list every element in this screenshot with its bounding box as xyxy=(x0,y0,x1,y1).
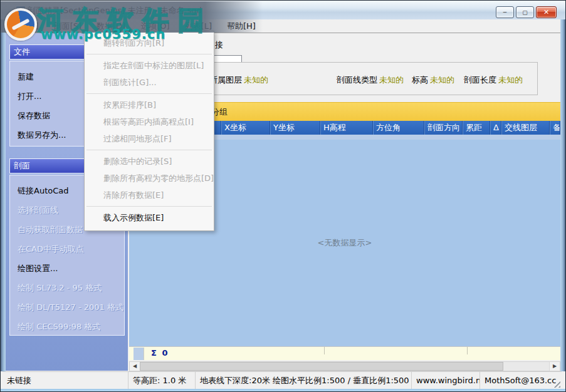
menu-separator xyxy=(86,206,212,207)
window-title: 剖面精灵[SectionGenius] 未注册 - 未命名.sgd xyxy=(28,5,202,16)
status-pane-5: MothSoft@163.cc xyxy=(480,372,562,389)
menu-separator xyxy=(86,54,212,54)
data-menu-item-7: 根据等高距内插高程点[I] xyxy=(85,113,214,130)
sidebar-item-2-5[interactable]: 绘图设置... xyxy=(18,259,124,278)
sidebar-group-panel-1: 新建打开...保存数据数据另存为... xyxy=(9,61,86,147)
column-header-Y坐标[interactable]: Y坐标 xyxy=(270,121,320,135)
window-frame-bottom xyxy=(1,389,565,392)
data-menu-item-10: 删除选中的记录[S] xyxy=(85,153,214,170)
maximize-icon: ▢ xyxy=(522,9,528,16)
window-controls: ─ ▢ ✕ xyxy=(496,6,557,18)
data-menu-item-6: 按累距排序[B] xyxy=(85,96,214,113)
empty-data-label: <无数据显示> xyxy=(318,237,372,249)
menu-item-2[interactable]: 剖面[S] xyxy=(51,20,85,33)
sidebar-item-2-6: 绘制 SL73.2 - 95 格式 xyxy=(18,278,124,297)
status-pane-4: www.wingbird.net xyxy=(412,372,480,389)
sidebar-item-1-2[interactable]: 打开... xyxy=(18,86,85,106)
menu-separator xyxy=(86,150,212,150)
scrollbar-thumb[interactable] xyxy=(140,362,503,371)
data-menu-item-1: 翻转剖面方向[R] xyxy=(85,34,214,51)
data-menu-item-8: 过滤相同地形点[F] xyxy=(85,130,214,147)
menu-item-1[interactable]: 文件[F] xyxy=(8,20,42,33)
data-menu-item-14[interactable]: 载入示例数据[E] xyxy=(85,209,214,226)
resize-grip[interactable] xyxy=(552,379,560,388)
sigma-icon: Σ xyxy=(151,348,158,358)
column-header-H高程[interactable]: H高程 xyxy=(320,121,373,135)
app-window: 剖面精灵[SectionGenius] 未注册 - 未命名.sgd ─ ▢ ✕ … xyxy=(0,0,566,392)
minimize-icon: ─ xyxy=(503,9,506,16)
sidebar-item-1-4[interactable]: 数据另存为... xyxy=(18,125,85,145)
sum-row: Σ 0 xyxy=(129,346,560,360)
sum-label: Σ 0 xyxy=(151,348,169,358)
scroll-right-arrow-icon[interactable]: ▶ xyxy=(549,362,560,371)
statusbar: 未链接等高距: 1.0 米地表线下深度:20米 绘图水平比例1:500 / 垂直… xyxy=(3,371,562,389)
info-pair-4: 剖面长度未知的 xyxy=(464,75,523,86)
info-value: 未知的 xyxy=(498,75,523,85)
data-menu-item-11: 删除所有高程为零的地形点[D] xyxy=(85,170,214,187)
status-pane-2: 等高距: 1.0 米 xyxy=(128,372,196,389)
sidebar-item-2-4: 在CAD中手动取点 xyxy=(18,239,124,259)
column-header-X坐标[interactable]: X坐标 xyxy=(221,121,270,135)
info-pair-1: 所属图层未知的 xyxy=(209,75,268,86)
close-icon: ✕ xyxy=(543,8,549,16)
sidebar-item-2-7: 绘制 DL/T5127 - 2001 格式 xyxy=(18,297,124,317)
link-status-label: 接 xyxy=(215,39,223,51)
data-menu-dropdown: 翻转剖面方向[R]指定在剖面中标注的图层[L]剖面统计[G]...按累距排序[B… xyxy=(84,31,214,231)
column-header-累距[interactable]: 累距 xyxy=(463,121,490,135)
info-value: 未知的 xyxy=(430,75,454,85)
info-value: 未知的 xyxy=(379,75,404,85)
horizontal-scrollbar[interactable]: ◀ ▶ xyxy=(129,361,560,371)
column-header-方位角[interactable]: 方位角 xyxy=(373,121,424,135)
window-frame-left xyxy=(1,19,6,371)
info-label: 标高 xyxy=(412,75,428,85)
column-header-备注[interactable]: 备注 xyxy=(550,121,560,135)
info-label: 剖面长度 xyxy=(464,75,496,85)
sidebar-item-1-3[interactable]: 保存数据 xyxy=(18,106,85,125)
column-header-Δ[interactable]: Δ xyxy=(490,121,501,135)
data-menu-item-3: 指定在剖面中标注的图层[L] xyxy=(85,57,214,74)
sum-cell-divider xyxy=(324,347,325,354)
close-button[interactable]: ✕ xyxy=(536,6,557,18)
window-frame-right xyxy=(560,19,565,371)
info-pair-3: 标高未知的 xyxy=(412,75,454,86)
status-pane-3: 地表线下深度:20米 绘图水平比例1:500 / 垂直比例1:500 xyxy=(196,372,412,389)
app-icon xyxy=(16,6,26,16)
sum-cell-divider xyxy=(467,347,468,354)
sum-indicator-cell xyxy=(134,348,144,360)
sum-value: 0 xyxy=(162,348,169,358)
status-pane-1: 未链接 xyxy=(3,372,128,389)
info-label: 剖面线类型 xyxy=(337,75,377,85)
info-value: 未知的 xyxy=(244,75,268,85)
menu-item-6[interactable]: 帮助[H] xyxy=(224,20,259,33)
column-header-剖面方向[interactable]: 剖面方向 xyxy=(424,121,463,135)
sidebar-item-1-1[interactable]: 新建 xyxy=(18,67,85,86)
scroll-left-arrow-icon[interactable]: ◀ xyxy=(130,362,140,371)
data-menu-item-4: 剖面统计[G]... xyxy=(85,74,214,91)
info-pair-2: 剖面线类型未知的 xyxy=(337,75,404,86)
column-header-交线图层[interactable]: 交线图层 xyxy=(501,121,550,135)
minimize-button[interactable]: ─ xyxy=(496,6,514,18)
titlebar[interactable]: 剖面精灵[SectionGenius] 未注册 - 未命名.sgd ─ ▢ ✕ xyxy=(1,1,565,20)
sidebar-group-header-1: 文件 xyxy=(9,44,86,59)
sidebar-item-2-8: 绘制 CECS99:98 格式 xyxy=(18,317,124,336)
menu-separator xyxy=(86,93,212,94)
data-menu-item-12: 清除所有数据[E] xyxy=(85,187,214,204)
maximize-button[interactable]: ▢ xyxy=(516,6,534,18)
